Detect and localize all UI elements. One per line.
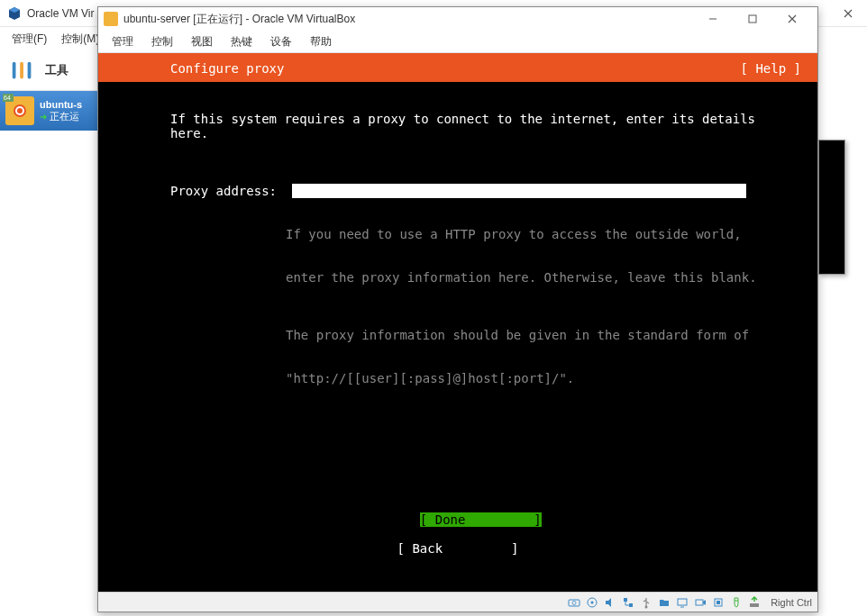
console-buttons: [ Done ] [ Back ] (98, 498, 817, 584)
vm-status: ➜ 正在运 (40, 110, 82, 123)
vm-window-icon (104, 12, 118, 26)
shared-folder-icon[interactable] (657, 595, 671, 610)
preview-shadow (818, 140, 845, 275)
svg-rect-14 (678, 599, 687, 605)
optical-icon[interactable] (585, 595, 599, 610)
svg-rect-1 (20, 62, 23, 79)
proxy-hint4: "http://[[user][:pass]@]host[:port]/". (286, 371, 801, 385)
proxy-hint2: enter the proxy information here. Otherw… (286, 270, 801, 285)
display-icon[interactable] (675, 595, 689, 610)
vm-info: ubuntu-s ➜ 正在运 (40, 99, 82, 123)
svg-rect-17 (716, 601, 720, 604)
manager-sidebar: 工具 64 ubuntu-s ➜ 正在运 (0, 50, 97, 616)
menu-vm-view[interactable]: 视图 (182, 32, 222, 52)
vm-status-text: 正在运 (50, 110, 79, 123)
console-title: Configure proxy (170, 61, 284, 76)
cpu-icon[interactable] (711, 595, 726, 610)
vm-thumb-icon: 64 (5, 96, 34, 125)
menu-vm-manage[interactable]: 管理 (103, 32, 142, 52)
keyboard-capture-icon[interactable] (747, 595, 762, 610)
running-icon: ➜ (40, 112, 47, 122)
proxy-hint3: The proxy information should be given in… (286, 328, 801, 342)
help-link[interactable]: [ Help ] (741, 61, 801, 76)
instruction-text: If this system requires a proxy to conne… (170, 112, 801, 140)
vm-badge-64: 64 (3, 94, 12, 102)
svg-rect-6 (749, 15, 756, 23)
svg-rect-7 (569, 600, 580, 606)
svg-point-13 (645, 605, 648, 608)
tools-label: 工具 (45, 62, 68, 78)
vm-window: ubuntu-server [正在运行] - Oracle VM Virtual… (97, 6, 818, 612)
console: Configure proxy [ Help ] If this system … (98, 53, 817, 592)
vm-window-title: ubuntu-server [正在运行] - Oracle VM Virtual… (123, 12, 693, 27)
close-button[interactable] (772, 8, 812, 30)
svg-rect-11 (624, 598, 627, 602)
maximize-button[interactable] (733, 8, 772, 30)
close-icon[interactable] (836, 5, 860, 23)
virtualbox-icon (7, 6, 22, 21)
console-header: Configure proxy [ Help ] (98, 53, 817, 82)
svg-rect-12 (629, 603, 633, 607)
proxy-hint1: If you need to use a HTTP proxy to acces… (286, 227, 801, 241)
svg-point-10 (591, 601, 594, 603)
sidebar-tools[interactable]: 工具 (0, 50, 97, 91)
vm-menubar: 管理 控制 视图 热键 设备 帮助 (98, 31, 817, 53)
proxy-row: Proxy address: (170, 184, 801, 198)
usb-icon[interactable] (639, 595, 653, 610)
svg-rect-15 (696, 600, 703, 605)
sidebar-vm-item[interactable]: 64 ubuntu-s ➜ 正在运 (0, 91, 97, 131)
svg-point-8 (572, 601, 576, 604)
tools-icon (9, 57, 36, 84)
vm-name: ubuntu-s (40, 99, 82, 110)
audio-icon[interactable] (603, 595, 617, 610)
host-key-label: Right Ctrl (771, 597, 812, 608)
minimize-button[interactable] (693, 8, 733, 30)
proxy-label: Proxy address: (170, 184, 292, 198)
menu-manage[interactable]: 管理(F) (5, 29, 54, 50)
done-button[interactable]: [ Done ] (420, 512, 542, 527)
menu-vm-help[interactable]: 帮助 (301, 32, 341, 52)
recording-icon[interactable] (693, 595, 707, 610)
vm-statusbar: Right Ctrl (98, 592, 817, 611)
vm-titlebar[interactable]: ubuntu-server [正在运行] - Oracle VM Virtual… (98, 7, 817, 31)
network-icon[interactable] (621, 595, 635, 610)
back-button[interactable]: [ Back ] (98, 541, 817, 556)
svg-rect-0 (13, 62, 16, 79)
svg-point-5 (17, 108, 23, 113)
menu-vm-device[interactable]: 设备 (261, 32, 301, 52)
svg-rect-18 (750, 603, 759, 607)
svg-rect-2 (28, 62, 32, 79)
harddisk-icon[interactable] (567, 595, 581, 610)
menu-vm-hotkey[interactable]: 热键 (222, 32, 261, 52)
menu-vm-control[interactable]: 控制 (142, 32, 182, 52)
mouse-capture-icon[interactable] (729, 595, 744, 610)
proxy-input[interactable] (292, 184, 746, 198)
